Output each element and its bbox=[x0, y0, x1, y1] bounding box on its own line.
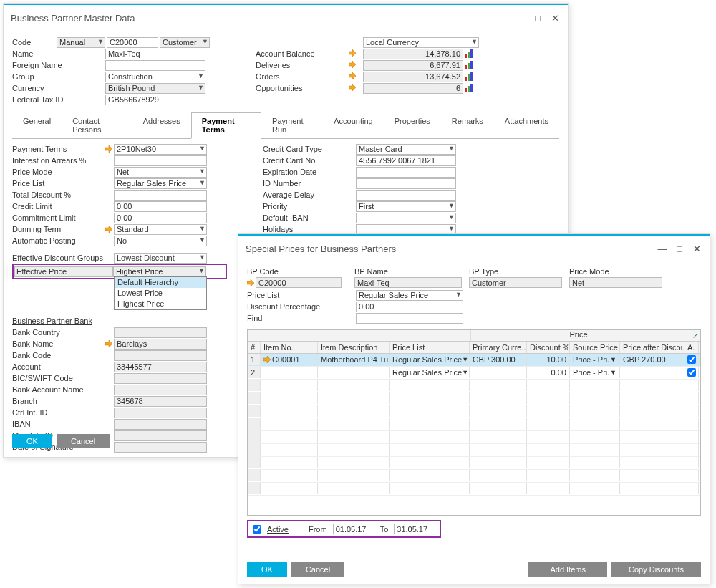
table-row[interactable] bbox=[248, 457, 700, 470]
dropdown-option[interactable]: Highest Price bbox=[115, 299, 206, 309]
table-row[interactable] bbox=[248, 380, 700, 392]
price-list-field[interactable]: Regular Sales Price▼ bbox=[114, 178, 207, 189]
avg-delay-field[interactable] bbox=[356, 190, 456, 201]
tab-properties[interactable]: Properties bbox=[384, 112, 441, 138]
table-row[interactable] bbox=[248, 431, 700, 444]
link-arrow-icon[interactable] bbox=[105, 145, 112, 153]
from-field[interactable]: 01.05.17 bbox=[333, 524, 374, 534]
tab-contacts[interactable]: Contact Persons bbox=[62, 112, 132, 138]
col-item[interactable]: Item No. bbox=[261, 342, 318, 353]
cancel-button[interactable]: Cancel bbox=[291, 562, 344, 577]
tab-payment-terms[interactable]: Payment Terms bbox=[191, 112, 261, 139]
name-field[interactable]: Maxi-Teq bbox=[105, 49, 205, 59]
currency-label: Currency bbox=[12, 84, 105, 92]
minimize-icon[interactable]: — bbox=[515, 13, 526, 24]
payment-terms-field[interactable]: 2P10Net30▼ bbox=[114, 144, 207, 155]
total-disc-field[interactable] bbox=[114, 190, 207, 201]
def-iban-field[interactable]: ▼ bbox=[356, 213, 456, 223]
maximize-icon[interactable]: □ bbox=[674, 244, 685, 254]
bars-icon[interactable] bbox=[465, 72, 475, 81]
copy-discounts-button[interactable]: Copy Discounts bbox=[611, 562, 701, 577]
to-field[interactable]: 31.05.17 bbox=[394, 524, 435, 534]
code-kind[interactable]: Customer▼ bbox=[160, 37, 210, 48]
commit-limit-field[interactable]: 0.00 bbox=[114, 213, 207, 223]
tab-accounting[interactable]: Accounting bbox=[323, 112, 383, 138]
col-active[interactable]: A. bbox=[684, 342, 699, 353]
table-row[interactable] bbox=[248, 444, 700, 457]
group-field[interactable]: Construction▼ bbox=[105, 72, 205, 82]
active-label: Active bbox=[267, 525, 289, 534]
dunning-field[interactable]: Standard▼ bbox=[114, 224, 207, 235]
table-row[interactable] bbox=[248, 483, 700, 496]
disc-pct-field[interactable]: 0.00 bbox=[356, 302, 463, 312]
col-pricelist[interactable]: Price List bbox=[390, 342, 470, 353]
col-source[interactable]: Source Price bbox=[570, 342, 620, 353]
find-field[interactable] bbox=[356, 313, 463, 324]
bars-icon[interactable] bbox=[465, 84, 475, 92]
priority-field[interactable]: First▼ bbox=[356, 201, 456, 212]
bank-acct-name-field bbox=[114, 385, 207, 395]
cc-type-label: Credit Card Type bbox=[263, 145, 356, 153]
col-primary[interactable]: Primary Curre... bbox=[470, 342, 527, 353]
close-icon[interactable]: ✕ bbox=[691, 244, 702, 254]
tab-general[interactable]: General bbox=[12, 112, 62, 138]
tax-field[interactable]: GB566678929 bbox=[105, 95, 205, 105]
active-checkbox[interactable] bbox=[253, 525, 261, 534]
close-icon[interactable]: ✕ bbox=[549, 13, 561, 24]
price-mode-field[interactable]: Net▼ bbox=[114, 167, 207, 178]
code-value[interactable]: C20000 bbox=[107, 37, 158, 48]
tab-payment-run[interactable]: Payment Run bbox=[261, 112, 323, 138]
ok-button[interactable]: OK bbox=[12, 434, 52, 448]
auto-post-field[interactable]: No▼ bbox=[114, 236, 207, 246]
table-row[interactable] bbox=[248, 470, 700, 483]
link-arrow-icon[interactable] bbox=[105, 226, 112, 233]
price-list-field2[interactable]: Regular Sales Price▼ bbox=[356, 290, 463, 301]
tab-attachments[interactable]: Attachments bbox=[494, 112, 559, 138]
eff-price-field[interactable]: Highest Price▼ bbox=[113, 266, 206, 277]
ok-button[interactable]: OK bbox=[247, 562, 287, 577]
bp-bank-link[interactable]: Business Partner Bank bbox=[12, 317, 105, 325]
link-arrow-icon[interactable] bbox=[349, 49, 356, 57]
link-arrow-icon[interactable] bbox=[247, 279, 254, 286]
window-title: Special Prices for Business Partners bbox=[246, 244, 396, 254]
bank-country-field[interactable] bbox=[114, 327, 207, 338]
table-row[interactable]: 1 C00001 Motherboard P4 Turb Regular Sal… bbox=[248, 354, 700, 367]
maximize-icon[interactable]: □ bbox=[532, 13, 543, 24]
eff-disc-field[interactable]: Lowest Discount▼ bbox=[114, 253, 207, 264]
minimize-icon[interactable]: — bbox=[657, 244, 668, 254]
dropdown-option[interactable]: Default Hierarchy bbox=[115, 277, 206, 288]
dropdown-option[interactable]: Lowest Price bbox=[115, 288, 206, 299]
col-num[interactable]: # bbox=[248, 342, 261, 353]
table-row[interactable] bbox=[248, 418, 700, 431]
col-disc[interactable]: Discount % bbox=[527, 342, 570, 353]
bars-icon[interactable] bbox=[465, 49, 475, 58]
table-row[interactable] bbox=[248, 405, 700, 418]
link-arrow-icon[interactable] bbox=[105, 340, 112, 347]
link-arrow-icon[interactable] bbox=[349, 72, 356, 79]
bars-icon[interactable] bbox=[465, 61, 475, 69]
link-arrow-icon[interactable] bbox=[349, 84, 356, 91]
col-after[interactable]: Price after Discount bbox=[620, 342, 684, 353]
add-items-button[interactable]: Add Items bbox=[528, 562, 607, 577]
cc-no-field[interactable]: 4556 7992 0067 1821 bbox=[356, 155, 456, 166]
interest-field[interactable] bbox=[114, 155, 207, 166]
acct-balance-value: 14,378.10 bbox=[363, 49, 463, 59]
id-field[interactable] bbox=[356, 178, 456, 189]
exp-field[interactable] bbox=[356, 167, 456, 178]
link-arrow-icon[interactable] bbox=[263, 356, 271, 363]
local-currency-field[interactable]: Local Currency▼ bbox=[363, 37, 479, 48]
cc-type-field[interactable]: Master Card▼ bbox=[356, 144, 456, 155]
currency-field[interactable]: British Pound▼ bbox=[105, 83, 205, 94]
table-row[interactable]: 2 Regular Sales Price▼ 0.00 Price - Pri.… bbox=[248, 367, 700, 380]
table-row[interactable] bbox=[248, 392, 700, 405]
col-desc[interactable]: Item Description bbox=[318, 342, 390, 353]
link-arrow-icon[interactable] bbox=[349, 61, 356, 68]
acct-balance-label: Account Balance bbox=[256, 49, 349, 58]
code-type[interactable]: Manual▼ bbox=[57, 37, 105, 48]
tab-addresses[interactable]: Addresses bbox=[132, 112, 191, 138]
cancel-button[interactable]: Cancel bbox=[57, 434, 110, 448]
tab-remarks[interactable]: Remarks bbox=[441, 112, 494, 138]
credit-limit-field[interactable]: 0.00 bbox=[114, 201, 207, 212]
expand-icon[interactable]: ↗ bbox=[692, 332, 698, 339]
foreign-field[interactable] bbox=[105, 60, 205, 71]
